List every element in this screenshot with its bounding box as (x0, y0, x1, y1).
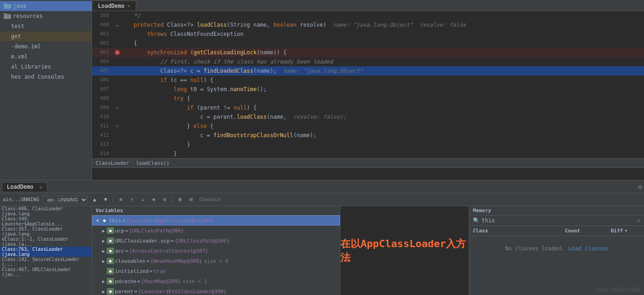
sidebar-item-mxml[interactable]: m.xml (0, 52, 92, 62)
toolbar-btn-3[interactable]: ↓ (138, 195, 147, 204)
memory-search-input[interactable] (482, 217, 635, 224)
code-content-405[interactable]: Class<?> c = findLoadedClass(name); name… (122, 66, 644, 75)
code-content-400[interactable]: protected Class<?> loadClass(String name… (122, 20, 644, 29)
line-num-413: 413 (92, 140, 113, 149)
gutter-403 (113, 48, 122, 57)
sidebar-item-libraries[interactable]: al Libraries (0, 62, 92, 72)
var-name-ucp: ucp (115, 228, 124, 234)
left-list-item-1[interactable]: Class:349, Launcher$AppClassLo... (0, 216, 92, 226)
watermark: CSDN @我就叫CV哦 (596, 286, 640, 293)
line-num-407: 407 (92, 85, 113, 94)
toolbar-down-arrow[interactable]: ▼ (101, 195, 110, 204)
sidebar-item-demo-iml[interactable]: -demo.iml (0, 41, 92, 52)
sidebar-label: m.xml (11, 53, 28, 60)
memory-empty-state: No classes loaded. Load classes (469, 236, 644, 261)
sidebar-item-get[interactable]: get (0, 31, 92, 41)
toolbar-up-arrow[interactable]: ▲ (90, 195, 99, 204)
breadcrumb-class[interactable]: ClassLoader (96, 160, 129, 166)
code-content-414[interactable]: } (122, 149, 644, 158)
search-clear-icon[interactable]: ✕ (637, 217, 640, 224)
variables-header: Variables (92, 206, 340, 215)
load-classes-link[interactable]: Load classes (568, 245, 608, 252)
left-list-item-6[interactable]: Class:467, URLClassLoader (jav... (0, 267, 92, 277)
var-item-urlclassloader-ucp[interactable]: ▶ ● URLClassLoader.ucp = {URLClassPath@3… (92, 236, 340, 246)
memory-col-diff-header[interactable]: Diff ▼ (607, 227, 644, 235)
panel-settings-icon[interactable]: ⚙ (638, 183, 642, 191)
memory-col-count-header[interactable]: Count (561, 227, 607, 235)
sidebar-item-resources[interactable]: resources (0, 11, 92, 21)
tab-close-icon[interactable]: ✕ (127, 3, 130, 8)
no-classes-text: No classes loaded. (505, 245, 565, 252)
line-num-414: 414 (92, 149, 113, 158)
line-num-406: 406 (92, 75, 113, 85)
code-content-399[interactable]: */ (122, 11, 644, 20)
var-icon-init: ● (107, 268, 114, 274)
code-content-413[interactable]: } (122, 140, 644, 149)
left-item-text: Class:763, ClassLoader (java.lang (2, 247, 90, 257)
var-eq-acc: = (125, 248, 128, 254)
svg-rect-1 (4, 3, 7, 5)
session-dropdown[interactable]: ain...UNNING (43, 196, 88, 204)
toolbar-btn-4[interactable]: ⊕ (149, 195, 158, 204)
toolbar-filter-icon[interactable]: ≡ (116, 195, 125, 204)
code-content-407[interactable]: long t0 = System.nanoTime(); (122, 85, 644, 94)
line-num-409: 409 (92, 103, 113, 112)
code-content-412[interactable]: c = findBootstrapClassOrNull(name); (122, 131, 644, 140)
code-content-404[interactable]: // First, check if the class has already… (122, 57, 644, 66)
breadcrumb-method[interactable]: loadClass() (136, 160, 169, 166)
code-content-402[interactable]: { (122, 39, 644, 48)
code-line-402: 402 { (92, 39, 644, 48)
var-item-ucp[interactable]: ▶ ● ucp = {URLClassPath@386} (92, 226, 340, 236)
var-val-init: true (153, 268, 166, 274)
toolbar-table-icon[interactable]: ⊞ (175, 195, 184, 204)
left-list-item-5[interactable]: Class:142, SecureClassLoader (... (0, 257, 92, 267)
code-line-403: 403 synchronized (getClassLoadingLock(na… (92, 48, 644, 57)
gutter-409: ▽ (113, 103, 122, 112)
left-item-text: eClass:1:-1, ClassLoader (java.la... (2, 237, 90, 247)
code-content-410[interactable]: c = parent.loadClass(name, resolve: fals… (122, 112, 644, 121)
memory-col-class-header[interactable]: Class (469, 227, 561, 235)
sidebar-item-test[interactable]: test (0, 21, 92, 31)
panel-tab-close[interactable]: ✕ (40, 185, 42, 190)
annotation-text: 在以AppClassLoader入方法 (340, 237, 469, 265)
code-line-401: 401 throws ClassNotFoundException (92, 29, 644, 39)
var-item-parent[interactable]: ▶ ● parent = {Launcher$ExtClassLoader@39… (92, 286, 340, 295)
code-line-407: 407 long t0 = System.nanoTime(); (92, 85, 644, 94)
gutter-413 (113, 140, 122, 149)
panel-tab-label: LoadDemo (7, 184, 34, 190)
var-val-pd: {HashMap@389} (141, 278, 181, 284)
var-val-close: {WeakHashMap@388} (150, 258, 202, 264)
left-list-item-2[interactable]: Class:357, ClassLoader (java.lang (0, 226, 92, 237)
code-line-412: 412 c = findBootstrapClassOrNull(name); (92, 131, 644, 140)
left-list-item-4[interactable]: Class:763, ClassLoader (java.lang (0, 247, 92, 257)
left-item-text: Class:142, SecureClassLoader (... (2, 257, 90, 267)
var-val-parent: {Launcher$ExtClassLoader@390} (138, 289, 226, 295)
editor-tab-loaddemo[interactable]: LoadDemo ✕ (92, 0, 136, 11)
panel-tab-loaddemo[interactable]: LoadDemo ✕ (2, 182, 47, 191)
code-content-406[interactable]: if (c == null) { (122, 75, 644, 85)
left-list-item-3[interactable]: eClass:1:-1, ClassLoader (java.la... (0, 237, 92, 247)
code-content-411[interactable]: } else { (122, 121, 644, 131)
code-content-401[interactable]: throws ClassNotFoundException (122, 29, 644, 39)
code-line-413: 413 } (92, 140, 644, 149)
code-content-403[interactable]: synchronized (getClassLoadingLock(name))… (122, 48, 644, 57)
var-name-parent: parent (115, 289, 133, 295)
var-icon-acc: ● (107, 248, 114, 254)
sidebar-item-consoles[interactable]: hes and Consoles (0, 72, 92, 82)
sidebar-item-java[interactable]: java (0, 1, 92, 11)
var-item-closeables[interactable]: ▶ ● closeables = {WeakHashMap@388} size … (92, 256, 340, 266)
toolbar-btn-2[interactable]: ↑ (127, 195, 136, 204)
toolbar-btn-7[interactable]: ⊟ (186, 195, 196, 204)
var-item-acc[interactable]: ▶ ● acc = {AccessControlContext@387} (92, 246, 340, 256)
code-content-408[interactable]: try { (122, 94, 644, 103)
left-list-item-0[interactable]: Class:406, ClassLoader (java.lang (0, 206, 92, 216)
code-content-409[interactable]: if (parent != null) { (122, 103, 644, 112)
var-icon-ucp: ● (107, 227, 114, 234)
var-val-acc: {AccessControlContext@387} (129, 248, 208, 254)
toolbar-btn-5[interactable]: ⊙ (160, 195, 169, 204)
var-eq-init: = (150, 268, 153, 274)
var-item-this[interactable]: ▼ ● this = {Launcher$AppClassLoader@384} (92, 215, 340, 226)
var-item-initialized[interactable]: ● initialized = true (92, 266, 340, 276)
diff-sort-icon[interactable]: ▼ (625, 229, 627, 233)
var-item-pdcache[interactable]: ▶ ● pdcache = {HashMap@389} size = 1 (92, 276, 340, 286)
